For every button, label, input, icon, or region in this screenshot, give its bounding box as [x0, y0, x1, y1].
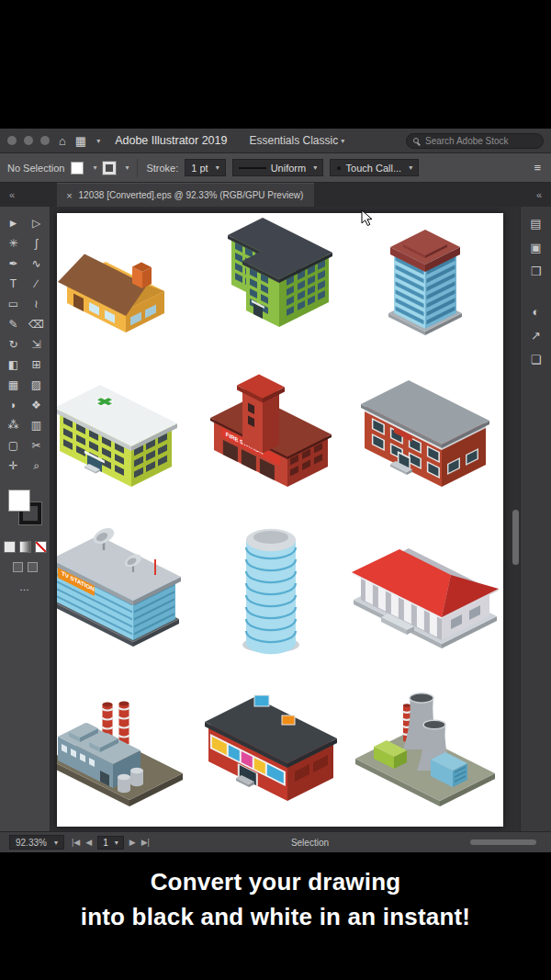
cylindrical-tower[interactable]	[242, 529, 299, 654]
brush-chevron-icon: ▾	[409, 163, 412, 172]
paintbrush-tool[interactable]: ≀	[25, 294, 48, 313]
profile-chevron-icon: ▾	[313, 163, 317, 172]
pencil-tool[interactable]: ✎	[2, 314, 25, 333]
links-panel-icon[interactable]: ❒	[531, 262, 542, 280]
brush-dot-icon: ●	[336, 163, 341, 173]
more-tools-button[interactable]: …	[0, 581, 50, 592]
window-minimize-button[interactable]	[24, 136, 33, 145]
museum[interactable]	[352, 548, 499, 648]
rotate-tool[interactable]: ↻	[2, 334, 25, 354]
selection-tool[interactable]: ►	[2, 213, 25, 232]
horizontal-scrollbar[interactable]	[470, 839, 536, 845]
next-artboard-button[interactable]: ▶	[129, 838, 136, 847]
fill-chevron-icon[interactable]: ▾	[93, 163, 96, 172]
fill-color-swatch[interactable]	[71, 162, 84, 175]
first-artboard-button[interactable]: |◀	[72, 838, 80, 847]
lasso-tool[interactable]: ʃ	[25, 233, 48, 253]
brick-school[interactable]	[361, 380, 489, 487]
tools-panel: ►▷✳ʃ✒∿T∕▭≀✎⌫↻⇲◧⊞▦▨◗❖⁂▥▢✂✛⌕ …	[0, 207, 51, 831]
stroke-profile-value: Uniform	[271, 163, 307, 174]
app-titlebar: ⌂ ▦ ▾ Adobe Illustrator 2019 Essentials …	[0, 129, 551, 153]
symbol-sprayer-tool[interactable]: ⁂	[2, 415, 25, 434]
app-title: Adobe Illustrator 2019	[115, 134, 227, 147]
none-button[interactable]	[35, 541, 47, 553]
color-button[interactable]	[4, 541, 16, 553]
curvature-tool[interactable]: ∿	[25, 253, 48, 273]
gradient-button[interactable]	[19, 541, 31, 553]
stroke-color-swatch[interactable]	[103, 162, 116, 175]
color-panel-icon[interactable]: ◐	[533, 302, 540, 321]
perspective-grid-tool[interactable]: ⊞	[25, 355, 48, 374]
line-segment-tool[interactable]: ∕	[25, 274, 48, 293]
rectangle-tool[interactable]: ▭	[2, 294, 25, 313]
canvas-pasteboard[interactable]: FIRE STATIONTV STATION	[51, 207, 520, 831]
column-graph-tool[interactable]: ▥	[25, 415, 48, 434]
tv-station[interactable]: TV STATION	[57, 525, 181, 647]
fill-stroke-indicator	[0, 488, 50, 535]
control-bar: No Selection ▾ ▾ Stroke: 1 pt ▾ Uniform …	[0, 153, 551, 183]
artboard-tool[interactable]: ▢	[2, 435, 25, 455]
workspace-label: Essentials Classic	[249, 134, 338, 147]
slice-tool[interactable]: ✂	[25, 435, 48, 455]
shape-builder-tool[interactable]: ◧	[2, 355, 25, 374]
artboard-number-value: 1	[103, 838, 108, 848]
window-close-button[interactable]	[7, 136, 17, 145]
stock-search-box[interactable]	[406, 133, 544, 149]
blend-tool[interactable]: ❖	[25, 395, 48, 414]
export-panel-icon[interactable]: ↗	[531, 326, 541, 344]
properties-panel-icon[interactable]: ▤	[530, 214, 541, 232]
direct-selection-tool[interactable]: ▷	[25, 213, 48, 232]
magic-wand-tool[interactable]: ✳	[2, 233, 25, 253]
right-dock-collapse-icon[interactable]: «	[533, 189, 545, 200]
tool-grid: ►▷✳ʃ✒∿T∕▭≀✎⌫↻⇲◧⊞▦▨◗❖⁂▥▢✂✛⌕	[0, 207, 50, 475]
shopping-mall[interactable]	[205, 695, 337, 801]
tab-close-icon[interactable]: ×	[66, 190, 72, 201]
panel-menu-icon[interactable]: ≡	[531, 161, 544, 175]
search-input[interactable]	[423, 135, 536, 147]
last-artboard-button[interactable]: ▶|	[141, 838, 150, 847]
left-dock-collapse-icon[interactable]: «	[6, 189, 18, 200]
libraries-panel-icon[interactable]: ▣	[530, 238, 541, 256]
scale-tool[interactable]: ⇲	[25, 334, 48, 354]
stroke-profile-dropdown[interactable]: Uniform ▾	[232, 159, 324, 176]
vertical-scrollbar[interactable]	[512, 510, 519, 565]
workspace-switcher[interactable]: Essentials Classic ▾	[249, 134, 344, 147]
document-tab[interactable]: × 12038 [Converted].eps @ 92.33% (RGB/GP…	[57, 183, 314, 207]
home-icon[interactable]: ⌂	[57, 135, 68, 147]
factory[interactable]	[57, 702, 183, 806]
buildings-artwork: FIRE STATIONTV STATION	[57, 213, 503, 827]
fire-station[interactable]: FIRE STATION	[210, 375, 332, 488]
draw-behind-button[interactable]	[28, 562, 38, 572]
draw-normal-button[interactable]	[13, 562, 23, 572]
eraser-tool[interactable]: ⌫	[25, 314, 48, 333]
artboards-panel-icon[interactable]: ❏	[531, 350, 542, 368]
eyedropper-tool[interactable]: ◗	[2, 395, 25, 414]
status-label: Selection	[291, 838, 329, 848]
fill-indicator-swatch[interactable]	[8, 490, 30, 512]
stroke-chevron-icon[interactable]: ▾	[125, 163, 129, 172]
stroke-weight-field[interactable]: 1 pt ▾	[185, 159, 225, 176]
hand-tool[interactable]: ✛	[2, 456, 25, 475]
blue-skyscraper[interactable]	[388, 230, 462, 335]
artboard[interactable]: FIRE STATIONTV STATION	[57, 213, 503, 827]
previous-artboard-button[interactable]: ◀	[85, 838, 92, 847]
layout-grid-icon[interactable]: ▦	[73, 135, 88, 147]
mesh-tool[interactable]: ▦	[2, 375, 25, 394]
power-plant[interactable]	[355, 693, 495, 806]
artboard-number-field[interactable]: 1 ▾	[97, 836, 124, 850]
pen-tool[interactable]: ✒	[2, 253, 25, 273]
green-apartment[interactable]	[228, 218, 332, 327]
gradient-tool[interactable]: ▨	[25, 375, 48, 394]
yellow-house[interactable]	[58, 254, 164, 333]
zoom-tool[interactable]: ⌕	[25, 456, 48, 475]
window-zoom-button[interactable]	[40, 136, 50, 145]
brush-definition-dropdown[interactable]: ● Touch Call... ▾	[330, 159, 419, 176]
hospital[interactable]	[57, 385, 177, 487]
status-bar: 92.33% ▾ |◀ ◀ 1 ▾ ▶ ▶| Selection	[0, 831, 551, 852]
zoom-level-select[interactable]: 92.33% ▾	[9, 835, 64, 850]
brush-definition-value: Touch Call...	[346, 163, 402, 174]
document-tab-bar: « × 12038 [Converted].eps @ 92.33% (RGB/…	[0, 183, 551, 207]
artboard-chevron-icon: ▾	[115, 839, 118, 847]
zoom-chevron-icon: ▾	[54, 839, 58, 847]
type-tool[interactable]: T	[2, 274, 25, 293]
